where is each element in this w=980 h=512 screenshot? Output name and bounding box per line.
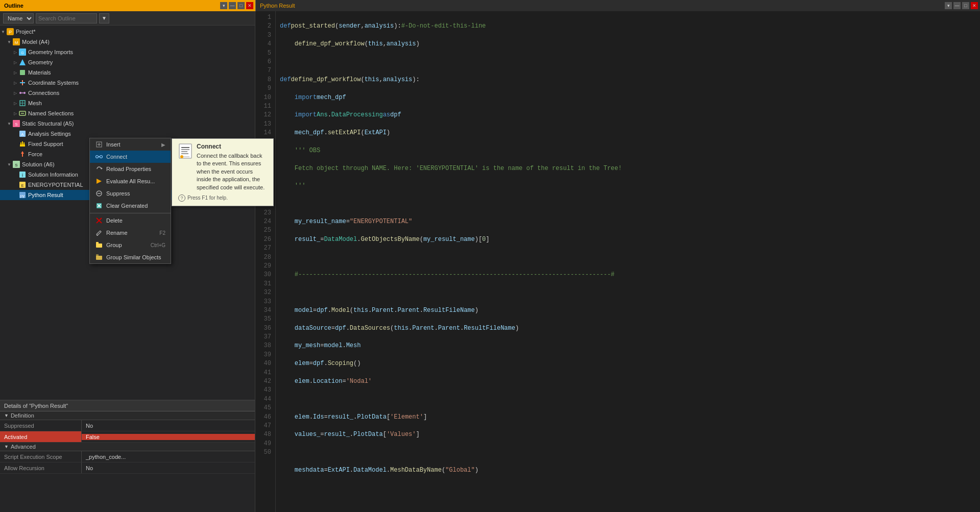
svg-point-39 (100, 156, 103, 158)
ctx-connect-label: Connect (106, 154, 165, 160)
tree-item-mesh[interactable]: ▷ Mesh (0, 98, 255, 108)
ctx-group[interactable]: Group Ctrl+G (90, 239, 171, 251)
reload-icon (95, 165, 103, 173)
tree-label-solution: Solution (A6) (22, 161, 55, 167)
svg-rect-21 (20, 144, 25, 147)
tree-item-named-selections[interactable]: ▷ Named Selections (0, 108, 255, 118)
tree-item-project[interactable]: ▼ P Project* (0, 27, 255, 37)
expander-coord-systems: ▷ (12, 80, 18, 86)
ctx-group-similar-label: Group Similar Objects (106, 254, 165, 260)
code-line-9: Fetch object through NAME. Here: 'ENERGY… (280, 164, 976, 173)
expander-geometry: ▷ (12, 59, 18, 65)
outline-panel-title: Outline (0, 3, 28, 9)
code-line-13: result_ = DataModel.GetObjectsByName(my_… (280, 235, 976, 244)
outline-pin-btn[interactable]: ▾ (220, 2, 227, 9)
section-def-expander: ▼ (4, 413, 9, 418)
tree-item-coord-systems[interactable]: ▷ Coordinate Systems (0, 78, 255, 88)
outline-max-btn[interactable]: □ (237, 2, 245, 9)
ctx-group-similar[interactable]: Group Similar Objects (90, 251, 171, 263)
tree-item-connections[interactable]: ▷ Connections (0, 88, 255, 98)
expander-geom-imports: ▷ (12, 49, 18, 55)
tree-label-energy: ENERGYPOTENTIAL (28, 182, 83, 188)
python-max-btn[interactable]: □ (962, 2, 969, 9)
ctx-evaluate-all[interactable]: Evaluate All Resu... (90, 175, 171, 187)
main-layout: Name ▼ ▼ P Project* ▼ M Model (0, 11, 980, 512)
tooltip-title: Connect (197, 143, 267, 150)
tooltip-doc-icon (178, 143, 193, 162)
code-line-2: define_dpf_workflow(this,analysis) (280, 40, 976, 48)
delete-icon (95, 216, 103, 225)
group-icon (95, 241, 103, 249)
name-select[interactable]: Name (3, 13, 34, 23)
icon-analysis-settings: A (18, 130, 27, 138)
expander-static-structural: ▼ (6, 120, 12, 127)
tree-item-geom-imports[interactable]: ▷ G Geometry Imports (0, 47, 255, 57)
details-value-activated: False (82, 434, 255, 440)
search-btn[interactable]: ▼ (99, 13, 109, 23)
outline-close-btn[interactable]: ✕ (246, 2, 253, 9)
clear-icon (95, 202, 103, 210)
tree-item-geometry[interactable]: ▷ Geometry (0, 57, 255, 67)
python-min-btn[interactable]: — (953, 2, 961, 9)
tree-item-model[interactable]: ▼ M Model (A4) (0, 37, 255, 47)
icon-solution-info: i (18, 170, 27, 179)
ctx-suppress[interactable]: Suppress (90, 187, 171, 200)
expander-fixed-support (12, 141, 18, 147)
ctx-clear-generated[interactable]: Clear Generated (90, 200, 171, 212)
ctx-divider-1 (90, 213, 171, 213)
svg-rect-54 (96, 254, 99, 256)
group-shortcut: Ctrl+G (151, 242, 165, 248)
code-content: def post_started(sender, analysis):#-Do-… (276, 11, 980, 512)
icon-mesh (18, 99, 27, 107)
icon-model: M (12, 38, 20, 46)
code-line-6: import Ans.DataProcessing as dpf (280, 111, 976, 119)
code-editor[interactable]: 12345 678910 1112131415 1617181920 21222… (255, 11, 980, 512)
ctx-connect[interactable]: Connect (90, 151, 171, 163)
tree-item-static-structural[interactable]: ▼ S Static Structural (A5) (0, 118, 255, 129)
python-close-btn[interactable]: ✕ (971, 2, 978, 9)
outline-min-btn[interactable]: — (229, 2, 236, 9)
section-adv-label: Advanced (11, 444, 36, 450)
icon-geom-imports: G (18, 48, 27, 56)
tree-label-solution-info: Solution Information (28, 172, 78, 178)
details-section-advanced[interactable]: ▼ Advanced (0, 443, 255, 451)
expander-model: ▼ (6, 39, 12, 45)
tree-label-mesh: Mesh (28, 100, 42, 106)
tree-label-python-result: Python Result (28, 192, 63, 198)
details-value-script-scope: _python_code... (82, 454, 255, 460)
top-bar: Outline ▾ — □ ✕ Python Result ▾ — □ ✕ (0, 0, 980, 11)
code-line-8: ''' OBS (280, 147, 976, 155)
code-line-11 (280, 200, 976, 208)
icon-force (18, 150, 27, 158)
code-line-12: my_result_name = "ENERGYPOTENTIAL" (280, 217, 976, 226)
tree-label-static-structural: Static Structural (A5) (22, 120, 74, 127)
details-value-allow-recursion: No (82, 465, 255, 471)
rename-shortcut: F2 (159, 230, 165, 236)
tree-label-force: Force (28, 151, 42, 157)
svg-text:G: G (21, 51, 23, 55)
icon-coord-systems (18, 79, 27, 87)
tree-item-analysis-settings[interactable]: A Analysis Settings (0, 129, 255, 139)
icon-named-selections (18, 109, 27, 117)
ctx-insert[interactable]: Insert ▶ (90, 138, 171, 151)
svg-rect-52 (96, 242, 99, 244)
svg-point-11 (23, 92, 26, 94)
expander-mesh: ▷ (12, 100, 18, 106)
ctx-evaluate-label: Evaluate All Resu... (106, 178, 165, 184)
search-input[interactable] (36, 13, 97, 23)
svg-rect-53 (96, 256, 102, 260)
details-section-definition[interactable]: ▼ Definition (0, 411, 255, 420)
code-line-4: def define_dpf_workflow(this,analysis): (280, 76, 976, 84)
python-pin-btn[interactable]: ▾ (945, 2, 952, 9)
expander-materials: ▷ (12, 69, 18, 76)
tree-label-geom-imports: Geometry Imports (28, 49, 73, 55)
details-value-suppressed: No (82, 423, 255, 429)
svg-text:S: S (15, 122, 17, 127)
icon-fixed-support (18, 140, 27, 148)
icon-static-structural: S (12, 119, 20, 128)
ctx-delete[interactable]: Delete (90, 214, 171, 227)
ctx-reload-properties[interactable]: Reload Properties (90, 163, 171, 175)
ctx-rename[interactable]: Rename F2 (90, 227, 171, 239)
details-label-script-scope: Script Execution Scope (0, 451, 82, 462)
tree-item-materials[interactable]: ▷ Materials (0, 67, 255, 78)
